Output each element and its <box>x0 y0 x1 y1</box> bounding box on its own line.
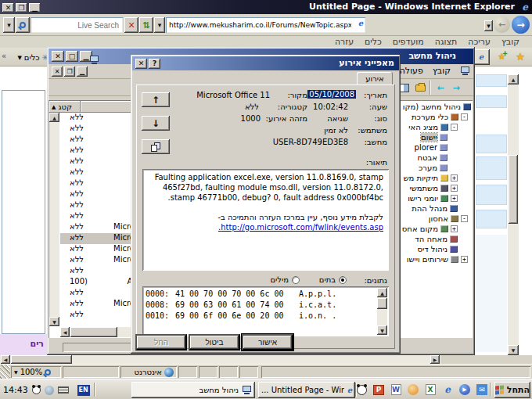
form-row[interactable] <box>476 95 507 108</box>
scroll-up-icon[interactable]: ▲ <box>377 288 387 297</box>
tree-item[interactable]: מערכ <box>389 163 473 173</box>
keyboard-icon[interactable] <box>58 386 69 394</box>
minimize-icon[interactable]: ▁ <box>29 3 41 13</box>
scroll-down-icon[interactable]: ▼ <box>377 325 387 335</box>
radio-words[interactable]: מילים <box>270 275 300 284</box>
hex-data-box[interactable]: 0000:41 00 70 00 70 00 6c 00A.p.p.l. 000… <box>142 286 389 336</box>
scroll-up-icon[interactable]: ▲ <box>508 74 519 84</box>
scroll-thumb[interactable] <box>11 355 72 364</box>
powerpoint-icon[interactable]: P <box>372 383 385 396</box>
menu-file[interactable]: קובץ <box>433 66 451 76</box>
history-dropdown[interactable]: ▾ <box>484 20 493 31</box>
menu-item[interactable]: קובץ <box>501 37 519 47</box>
date-value[interactable]: 05/10/2008 <box>307 90 356 99</box>
tree-item-label[interactable]: מאחה הד <box>415 235 448 243</box>
tree-expander[interactable]: + <box>451 185 458 192</box>
tree-item-label[interactable]: יומני רישו <box>408 194 438 203</box>
search-options-dropdown[interactable]: ▾ <box>3 17 15 33</box>
events-link[interactable]: http://go.microsoft.com/fwlink/events.as… <box>218 223 383 232</box>
address-bar[interactable]: http://www.mekusharim.co.il/Forums/NewTo… <box>166 17 365 33</box>
refresh-icon[interactable]: ⇅ <box>139 17 153 33</box>
scroll-up-icon[interactable]: ▲ <box>49 113 59 122</box>
taskbar-item-mmc[interactable]: ניהול מחשב <box>131 382 255 398</box>
tree-item[interactable]: יישום <box>389 132 473 142</box>
show-tree-icon[interactable] <box>412 81 428 95</box>
tree-item[interactable]: ניהול מחשב (מקו <box>389 102 473 112</box>
language-indicator[interactable]: EN <box>77 385 90 396</box>
tree-expander[interactable]: + <box>461 256 468 263</box>
clock[interactable]: 14:43 <box>3 385 28 395</box>
outlook-express-icon[interactable]: ✉ <box>476 383 488 396</box>
tree-item-label[interactable]: מערכ <box>419 164 437 172</box>
tree-item[interactable]: + מקום אחס <box>389 224 473 234</box>
stop-icon[interactable]: ✕ <box>124 17 138 33</box>
address-url[interactable]: http://www.mekusharim.co.il/Forums/NewTo… <box>169 18 351 32</box>
tree-item-label[interactable]: ניהול דיס <box>417 245 448 253</box>
copy-button[interactable] <box>142 139 170 154</box>
internet-explorer-icon[interactable]: e <box>441 383 454 396</box>
tree-expander[interactable]: - <box>461 113 468 120</box>
excel-icon[interactable]: X <box>424 383 437 396</box>
taskbar-item-ie[interactable]: e ... Untitled Page - Windows <box>258 382 355 398</box>
child-minimize-icon[interactable]: ▁ <box>77 66 88 77</box>
search-input[interactable] <box>31 17 123 33</box>
media-player-icon[interactable]: ▶ <box>458 383 471 396</box>
address-dropdown[interactable]: ▾ <box>154 17 165 33</box>
tree-item[interactable]: + יומני רישו <box>389 193 473 203</box>
tree-expander[interactable]: - <box>451 124 458 131</box>
child-restore-icon[interactable]: ❐ <box>64 66 75 77</box>
dialog-title-bar[interactable]: ✕ ? מאפייני אירוע <box>132 56 399 70</box>
radio-bytes[interactable]: בתים <box>319 275 347 284</box>
tree-item[interactable]: + שירותים ויישו <box>389 254 473 264</box>
search-icon[interactable] <box>16 17 30 33</box>
maximize-icon[interactable]: □ <box>66 51 78 62</box>
back-arrow-icon[interactable]: ← <box>433 81 448 95</box>
next-event-button[interactable]: ↓ <box>142 116 170 131</box>
tab-event[interactable]: אירוע <box>357 72 393 85</box>
scroll-left-icon[interactable]: ◀ <box>1 355 10 364</box>
collapse-chevron-icon[interactable]: « <box>2 52 6 60</box>
tree-item[interactable]: + משתמשי <box>389 183 473 193</box>
tree-item-label[interactable]: מציג האי <box>408 123 438 131</box>
cancel-button[interactable]: ביטול <box>189 334 240 350</box>
word-icon[interactable]: W <box>390 383 402 396</box>
clock-app-icon[interactable] <box>407 383 419 396</box>
back-icon[interactable]: → <box>512 16 530 34</box>
menu-item[interactable]: עזרה <box>335 37 354 47</box>
scroll-down-icon[interactable]: ▼ <box>49 317 59 326</box>
clock-tray-icon[interactable] <box>45 386 54 395</box>
menu-item[interactable]: כלים <box>365 37 382 47</box>
close-icon[interactable]: ✕ <box>2 3 14 13</box>
tree-item-label[interactable]: תיקיות מש <box>404 174 439 182</box>
tree-item[interactable]: - מציג האי <box>389 122 473 132</box>
form-row[interactable] <box>476 185 507 205</box>
resize-grip[interactable] <box>0 365 10 379</box>
column-header-category[interactable]: ▲ קטג <box>49 101 81 113</box>
scroll-left-icon[interactable]: ◀ <box>60 327 70 337</box>
chevron-down-icon[interactable]: ▼ <box>14 369 18 375</box>
menu-item[interactable]: תצוגה <box>435 37 457 47</box>
menu-item[interactable]: מועדפים <box>393 37 424 47</box>
tree-expander[interactable]: + <box>451 225 458 232</box>
list-vscrollbar[interactable]: ▲ ▼ <box>49 113 59 326</box>
description-box[interactable]: Faulting application excel.exe, version … <box>142 169 389 271</box>
restore-icon[interactable]: ❐ <box>16 3 27 13</box>
radio-checked-icon[interactable] <box>339 276 347 284</box>
tree-expander[interactable]: + <box>451 174 458 182</box>
console-tree[interactable]: ניהול מחשב (מקו - כלי מערכת - מציג האי <box>389 100 473 338</box>
previous-event-button[interactable]: ↑ <box>142 92 170 107</box>
form-row[interactable] <box>476 210 507 228</box>
tree-item[interactable]: מאחה הד <box>389 234 473 244</box>
page-vscrollbar[interactable]: ▲ ▼ <box>508 74 519 355</box>
tree-item-label[interactable]: אחסון <box>429 214 448 223</box>
child-close-icon[interactable]: ✕ <box>52 66 63 77</box>
tree-item[interactable]: - כלי מערכת <box>389 112 473 122</box>
apply-button[interactable]: החל <box>135 334 187 350</box>
close-icon[interactable]: ✕ <box>135 59 147 69</box>
hex-vscrollbar[interactable]: ▲ ▼ <box>377 288 387 335</box>
favorites-star-icon[interactable]: ★ <box>516 52 525 62</box>
tree-expander[interactable]: + <box>451 195 458 202</box>
tree-item-label[interactable]: מנהל ההת <box>412 204 448 213</box>
tree-item[interactable]: + תיקיות מש <box>389 173 473 183</box>
tree-expander[interactable]: - <box>461 215 468 222</box>
